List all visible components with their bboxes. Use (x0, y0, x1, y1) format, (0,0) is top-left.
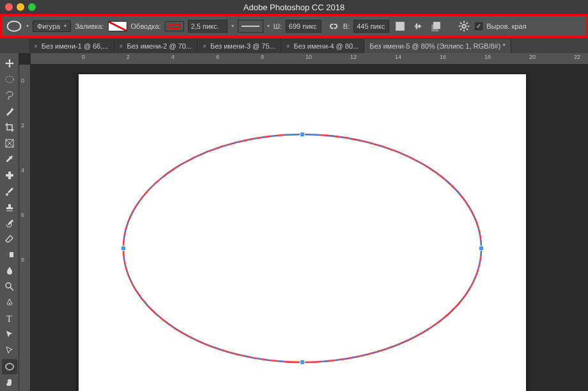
shape-mode-dropdown[interactable]: Фигура ▾ (33, 20, 71, 32)
document-tab[interactable]: ×Без имени-3 @ 75... (197, 39, 281, 53)
tab-label: Без имени-4 @ 80... (294, 42, 359, 50)
ruler-tick: 8 (261, 54, 264, 60)
anchor-handle-bottom[interactable] (300, 360, 305, 365)
frame-tool[interactable] (2, 136, 17, 151)
path-arrange-icon[interactable] (429, 19, 443, 33)
ruler-horizontal[interactable]: 0 2 4 6 8 10 12 14 16 18 20 22 (31, 53, 588, 65)
svg-point-7 (462, 24, 466, 28)
options-bar: ▾ Фигура ▾ Заливка: Обводка: ▾ ▾ Ш: В: (2, 16, 586, 36)
ruler-tick: 12 (350, 54, 357, 60)
window-controls (5, 3, 36, 11)
document-tabs: ×Без имени-1 @ 66,... ×Без имени-2 @ 70.… (0, 38, 588, 53)
svg-rect-2 (415, 26, 422, 27)
ruler-tick: 6 (21, 212, 24, 218)
svg-text:T: T (6, 314, 12, 324)
app-title: Adobe Photoshop CC 2018 (244, 3, 344, 12)
path-align-icon[interactable] (411, 19, 425, 33)
chevron-down-icon: ▾ (64, 23, 66, 29)
chevron-down-icon[interactable]: ▾ (231, 23, 234, 29)
marquee-tool[interactable] (2, 72, 17, 87)
stamp-tool[interactable] (2, 200, 17, 215)
main-area: T 0 2 4 6 8 10 12 14 16 18 20 22 0 2 4 6… (0, 53, 588, 391)
tab-label: Без имени-5 @ 80% (Эллипс 1, RGB/8#) * (369, 42, 505, 50)
svg-point-8 (6, 76, 13, 83)
ruler-tick: 2 (127, 54, 130, 60)
gear-icon[interactable] (457, 19, 471, 33)
chevron-down-icon[interactable]: ▾ (26, 23, 29, 29)
ruler-tick: 4 (171, 54, 174, 60)
minimize-window-button[interactable] (17, 3, 24, 11)
svg-rect-6 (433, 22, 440, 29)
direct-select-tool[interactable] (2, 343, 17, 358)
dodge-tool[interactable] (2, 279, 17, 294)
tab-label: Без имени-2 @ 70... (127, 42, 192, 50)
move-tool[interactable] (2, 56, 17, 71)
lasso-tool[interactable] (2, 88, 17, 103)
anchor-handle-left[interactable] (121, 246, 126, 251)
shape-ellipse[interactable] (79, 74, 526, 391)
titlebar: Adobe Photoshop CC 2018 (0, 0, 588, 14)
close-icon[interactable]: × (286, 43, 290, 50)
ruler-vertical[interactable]: 0 2 4 6 8 (19, 65, 31, 391)
ruler-tick: 10 (306, 54, 312, 60)
svg-point-15 (6, 283, 11, 288)
fill-label: Заливка: (75, 22, 104, 30)
ruler-tick: 20 (529, 54, 536, 60)
ruler-tick: 0 (21, 77, 24, 84)
canvas-area: 0 2 4 6 8 10 12 14 16 18 20 22 0 2 4 6 8 (19, 53, 588, 391)
svg-rect-3 (416, 23, 418, 29)
svg-rect-1 (396, 22, 405, 31)
eraser-tool[interactable] (2, 231, 17, 246)
link-icon[interactable] (325, 19, 339, 33)
svg-point-16 (9, 303, 10, 304)
brush-tool[interactable] (2, 184, 17, 199)
heal-tool[interactable] (2, 168, 17, 183)
stroke-width-input[interactable] (188, 20, 228, 33)
document[interactable] (79, 74, 526, 391)
anchor-handle-top[interactable] (300, 132, 305, 137)
height-input[interactable] (353, 20, 389, 33)
ruler-tick: 6 (216, 54, 219, 60)
svg-point-12 (6, 193, 8, 196)
chevron-down-icon[interactable]: ▾ (267, 23, 270, 29)
active-tool-icon[interactable] (6, 20, 22, 33)
ruler-tick: 8 (21, 257, 24, 263)
close-icon[interactable]: × (120, 43, 123, 50)
document-tab[interactable]: ×Без имени-1 @ 66,... (29, 39, 114, 53)
crop-tool[interactable] (2, 120, 17, 135)
stroke-swatch[interactable] (165, 21, 184, 31)
width-input[interactable] (286, 20, 321, 33)
path-operations-icon[interactable] (393, 19, 407, 33)
canvas[interactable] (31, 65, 588, 391)
svg-rect-14 (6, 252, 10, 257)
shape-mode-label: Фигура (37, 22, 60, 30)
document-tab[interactable]: Без имени-5 @ 80% (Эллипс 1, RGB/8#) * (364, 39, 511, 53)
pen-tool[interactable] (2, 295, 17, 310)
blur-tool[interactable] (2, 263, 17, 278)
close-icon[interactable]: × (203, 43, 206, 50)
ruler-tick: 22 (574, 54, 580, 60)
hand-tool[interactable] (2, 375, 17, 390)
close-icon[interactable]: × (34, 43, 38, 50)
anchor-handle-right[interactable] (479, 246, 484, 251)
svg-point-18 (6, 363, 13, 370)
history-brush-tool[interactable] (2, 216, 17, 231)
fill-swatch[interactable] (108, 21, 127, 31)
close-window-button[interactable] (5, 3, 13, 11)
align-edges-label: Выров. края (486, 22, 526, 30)
tab-label: Без имени-1 @ 66,... (42, 42, 109, 50)
align-edges-checkbox[interactable]: ✓ (475, 22, 483, 30)
eyedropper-tool[interactable] (2, 152, 17, 167)
maximize-window-button[interactable] (28, 3, 36, 11)
height-label: В: (343, 22, 350, 30)
stroke-style-dropdown[interactable] (238, 20, 263, 33)
magic-wand-tool[interactable] (2, 104, 17, 119)
document-tab[interactable]: ×Без имени-2 @ 70... (114, 39, 198, 53)
gradient-tool[interactable] (2, 247, 17, 262)
path-select-tool[interactable] (2, 327, 17, 342)
document-tab[interactable]: ×Без имени-4 @ 80... (281, 39, 365, 53)
ruler-tick: 18 (484, 54, 491, 60)
svg-rect-4 (419, 24, 421, 28)
type-tool[interactable]: T (2, 311, 17, 326)
ellipse-tool[interactable] (2, 359, 17, 374)
